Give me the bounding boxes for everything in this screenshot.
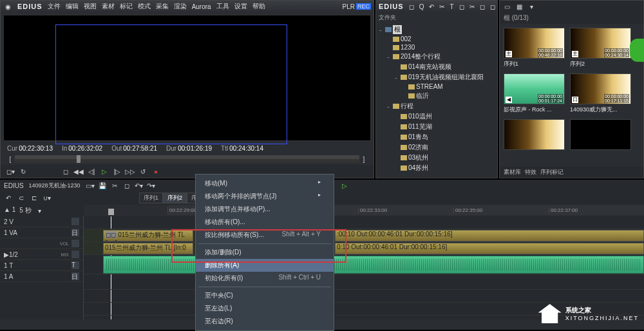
bin-tab-library[interactable]: 素材库 xyxy=(504,168,521,176)
track-header[interactable]: ▶1/2MIX xyxy=(0,249,83,260)
menu-tools[interactable]: 工具 xyxy=(216,2,229,11)
tree-item[interactable]: 011芜湖 xyxy=(377,122,496,132)
menu-capture[interactable]: 采集 xyxy=(156,2,169,11)
loop-button[interactable]: ↺ xyxy=(138,167,147,176)
tree-scissors-icon[interactable]: ✂ xyxy=(469,2,475,11)
bin-thumb[interactable] xyxy=(504,119,565,151)
tree-item[interactable]: 01青岛 xyxy=(377,132,496,142)
seq-tab-2[interactable]: 序列2 xyxy=(163,193,187,203)
rewind-button[interactable]: ◀◀ xyxy=(74,167,83,176)
tree-item[interactable]: 010温州 xyxy=(377,111,496,122)
video-clip-2b[interactable]: 0:10 Out:00:00:46:01 Dur:00:00:15:16] xyxy=(335,243,644,254)
tl-copy-icon[interactable]: ◻ xyxy=(122,181,131,190)
tree-paste-icon[interactable]: ◻ xyxy=(459,2,464,11)
bin-thumb[interactable]: ◀00:00:00:0000:01:17:24影视原声 - Rock ... xyxy=(504,73,565,114)
ctx-item[interactable]: 添加调节点并移动(P)... xyxy=(196,203,334,216)
tree-item[interactable]: 002 xyxy=(377,35,496,43)
tree-body[interactable]: -根 002 1230-2014整个行程 014南充站视频-019无机油视频组湖… xyxy=(376,23,497,171)
track-header[interactable]: VOL xyxy=(0,238,83,249)
tl-undo-icon[interactable]: ↶▾ xyxy=(135,181,144,190)
ffwd-button[interactable]: ▷▷ xyxy=(126,167,135,176)
ctx-item[interactable]: 删除所有(A) xyxy=(196,259,334,272)
menu-mode[interactable]: 模式 xyxy=(138,2,151,11)
bin-body[interactable]: 主00:00:00:0000:46:22:18序列1主00:00:00:0000… xyxy=(500,24,643,167)
menu-view[interactable]: 视图 xyxy=(84,2,97,11)
menu-edit[interactable]: 编辑 xyxy=(66,2,79,11)
tree-item[interactable]: -019无机油视频组湖北襄阳 xyxy=(377,72,496,82)
tree-open-icon[interactable]: ◻ xyxy=(409,2,414,11)
bin-thumb[interactable]: 主00:00:00:0000:46:22:18序列1 xyxy=(504,28,565,68)
track-header[interactable]: 1 VA日 xyxy=(0,227,83,238)
audio-clip[interactable] xyxy=(103,256,644,274)
ctx-item[interactable]: 移动两个并排的调节点(J) xyxy=(196,190,334,203)
tree-item[interactable]: -行程 xyxy=(377,101,496,111)
seq-tab-1[interactable]: 序列1 xyxy=(139,193,163,203)
tree-copy-icon[interactable]: T xyxy=(450,2,453,11)
menu-aurora[interactable]: Aurora xyxy=(192,3,211,10)
bin-thumb[interactable]: 主00:00:00:0000:24:30:14序列2 xyxy=(570,28,631,68)
stop-button[interactable]: ◻ xyxy=(61,167,70,176)
tree-item[interactable]: 04苏州 xyxy=(377,163,496,171)
menu-render[interactable]: 渲染 xyxy=(174,2,187,11)
tree-item[interactable]: 03杭州 xyxy=(377,153,496,163)
preview-scrubber[interactable]: [ ] xyxy=(1,153,374,165)
mark-out-icon[interactable]: ] xyxy=(359,155,368,164)
ctx-item[interactable]: 至左边(L) xyxy=(196,302,334,315)
zoom-dropdown-icon[interactable]: ▾ xyxy=(35,206,44,215)
menu-mark[interactable]: 标记 xyxy=(120,2,133,11)
next-frame-button[interactable]: |▷ xyxy=(113,167,122,176)
ctx-item[interactable]: 移动所有(O)... xyxy=(196,216,334,229)
bin-view-icon[interactable]: ▾ xyxy=(527,2,536,11)
tl-play-icon[interactable]: ▷ xyxy=(340,181,349,190)
mark-in-icon[interactable]: [ xyxy=(6,155,15,164)
video-clip-1a[interactable]: ◻◻ 015兰州威力狮-兰州 TL [In:0 xyxy=(103,230,193,241)
tl-new-icon[interactable]: ▭▾ xyxy=(86,181,95,190)
zoom-scale[interactable]: ▲ 1 xyxy=(4,206,15,215)
tl-redo-icon[interactable]: ↷▾ xyxy=(147,181,156,190)
menu-help[interactable]: 帮助 xyxy=(252,2,265,11)
rotate-icon[interactable]: ↻ xyxy=(19,167,28,176)
menu-clip[interactable]: 素材 xyxy=(102,2,115,11)
menu-file[interactable]: 文件 xyxy=(48,2,61,11)
video-clip-2a[interactable]: 015兰州威力狮-兰州 TL [In:0 xyxy=(103,243,193,254)
bin-grid-icon[interactable]: ▦ xyxy=(515,2,524,11)
tree-item[interactable]: 临沂 xyxy=(377,91,496,101)
preview-screen[interactable] xyxy=(3,15,371,141)
tl-save-icon[interactable]: 💾 xyxy=(98,181,107,190)
ctx-item[interactable]: 添加/删除(D) xyxy=(196,246,334,259)
menu-settings[interactable]: 设置 xyxy=(234,2,247,11)
ctx-item[interactable]: 初始化所有(I)Shift + Ctrl + U xyxy=(196,272,334,285)
track-header[interactable]: 2 V xyxy=(0,216,83,227)
bin-thumb[interactable]: 日00:00:00:0000:17:11:15140930威力狮无... xyxy=(570,73,631,114)
track-header[interactable]: 1 TT xyxy=(0,260,83,271)
tree-cut-icon[interactable]: ✂ xyxy=(439,2,444,11)
ctx-item[interactable]: 至右边(R) xyxy=(196,315,334,328)
bin-tab-markers[interactable]: 序列标记 xyxy=(540,168,564,176)
tree-item[interactable]: -2014整个行程 xyxy=(377,52,496,62)
zoom-label[interactable]: 5 秒 xyxy=(19,206,31,215)
tree-copy2-icon[interactable]: ◻ xyxy=(480,2,485,11)
magnet-icon[interactable]: ∪▾ xyxy=(43,194,52,203)
tree-undo-icon[interactable]: ↶ xyxy=(429,2,434,11)
record-button[interactable]: ● xyxy=(151,167,160,176)
tree-item[interactable]: 02济南 xyxy=(377,142,496,153)
undo-icon[interactable]: ↶ xyxy=(4,194,13,203)
ctx-item[interactable]: 移动(M) xyxy=(196,177,334,190)
bin-tab-fx[interactable]: 特效 xyxy=(525,168,536,176)
tree-item[interactable]: -根 xyxy=(377,24,496,35)
context-menu[interactable]: 移动(M)移动两个并排的调节点(J)添加调节点并移动(P)...移动所有(O).… xyxy=(195,174,334,331)
link-icon[interactable]: ⊂ xyxy=(17,194,26,203)
prev-frame-button[interactable]: ◁| xyxy=(87,167,96,176)
bin-thumb[interactable] xyxy=(570,119,631,151)
video-clip-1b[interactable]: :00:10 Out:00:00:46:01 Dur:00:00:15:16] xyxy=(335,230,644,241)
bin-folder-icon[interactable]: ▭ xyxy=(502,2,511,11)
track-header[interactable]: 1 A日 xyxy=(0,271,83,282)
tl-cut-icon[interactable]: ✂ xyxy=(110,181,119,190)
tool-dropdown-icon[interactable]: ◻▾ xyxy=(6,167,15,176)
ctx-item[interactable]: 按比例移动所有(S)...Shift + Alt + Y xyxy=(196,229,334,241)
tree-paste2-icon[interactable]: ◻ xyxy=(490,2,495,11)
ctx-item[interactable]: 至中央(C) xyxy=(196,289,334,302)
tree-item[interactable]: 014南充站视频 xyxy=(377,62,496,72)
tree-search-icon[interactable]: Q xyxy=(419,2,424,11)
play-button[interactable]: ▷ xyxy=(100,167,109,176)
